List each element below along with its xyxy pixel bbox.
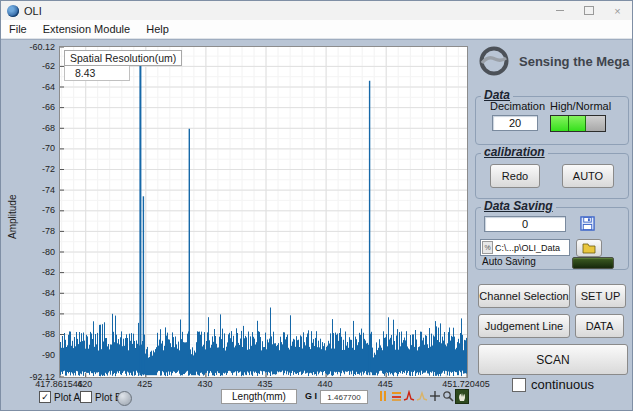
high-normal-switch-green	[551, 116, 586, 131]
brand-logo: Sensing the Mega	[478, 45, 630, 77]
high-normal-label: High/Normal	[550, 100, 611, 112]
x-tick-label: 420	[77, 379, 92, 389]
zoom-tool-icon[interactable]	[442, 389, 454, 402]
app-window: OLI × File Extension Module Help Amplitu…	[0, 0, 633, 411]
menu-extension-module[interactable]: Extension Module	[35, 20, 138, 38]
x-tick-label: 430	[197, 379, 212, 389]
data-group: Data Decimation 20 High/Normal	[475, 96, 629, 145]
y-tick-label: -74	[42, 185, 55, 195]
y-tick-label: -84	[42, 288, 55, 298]
y-tick-label: -62	[42, 61, 55, 71]
y-axis-tick-labels: -60.12-62-64-66-68-70-72-74-76-78-80-82-…	[11, 46, 57, 376]
x-tick-label: 417.861546	[35, 379, 83, 389]
y-scale-lock-icon[interactable]	[390, 389, 402, 402]
menu-bar: File Extension Module Help	[1, 20, 632, 39]
y-tick-label: -60.12	[29, 42, 55, 52]
channel-selection-button[interactable]: Channel Selection	[478, 284, 570, 308]
x-tick-label: 435	[257, 379, 272, 389]
x-axis-unit-label: Length(mm)	[221, 389, 297, 404]
status-led-button[interactable]	[117, 391, 132, 406]
menu-file[interactable]: File	[1, 20, 35, 38]
plot-a-checkbox-box[interactable]: ✓	[39, 391, 51, 403]
calibration-group: calibration Redo AUTO	[475, 153, 629, 199]
waveform-plot[interactable]	[59, 46, 468, 378]
brand-logo-icon	[478, 45, 510, 77]
continuous-checkbox-box[interactable]	[512, 378, 526, 392]
auto-saving-led	[572, 257, 614, 269]
auto-button[interactable]: AUTO	[562, 164, 614, 188]
y-tick-label: -90	[42, 350, 55, 360]
maximize-button[interactable]	[574, 1, 603, 20]
y-tick-label: -82	[42, 267, 55, 277]
data-saving-group-label: Data Saving	[481, 199, 556, 213]
auto-saving-label: Auto Saving	[482, 256, 536, 267]
minimize-button[interactable]	[545, 1, 574, 20]
redo-button[interactable]: Redo	[490, 164, 540, 188]
window-title: OLI	[24, 5, 42, 17]
brand-text: Sensing the Mega	[519, 54, 630, 69]
calibration-group-label: calibration	[481, 145, 548, 159]
title-bar: OLI ×	[1, 1, 632, 20]
continuous-checkbox[interactable]: continuous	[512, 377, 594, 392]
y-tick-label: -64	[42, 82, 55, 92]
spatial-resolution-label: Spatial Resolution(um)	[64, 50, 182, 66]
save-count-field[interactable]: 0	[484, 216, 566, 232]
plot-a-label: Plot A	[54, 392, 80, 403]
x-tick-label: 445	[378, 379, 393, 389]
y-tick-label: -66	[42, 102, 55, 112]
spatial-resolution-value: 8.43	[64, 66, 130, 81]
save-path-field[interactable]: % C:\...p\OLI_Data	[480, 239, 570, 256]
x-tick-label: 451.720405	[442, 379, 490, 389]
path-type-icon: %	[482, 241, 493, 254]
high-normal-switch[interactable]	[550, 115, 606, 132]
judgement-line-button[interactable]: Judgement Line	[478, 314, 570, 338]
data-button[interactable]: DATA	[575, 314, 624, 338]
y-tick-label: -72	[42, 164, 55, 174]
x-tick-label: 425	[137, 379, 152, 389]
minimize-icon	[556, 10, 564, 11]
setup-button[interactable]: SET UP	[575, 284, 626, 308]
cursor-tool-alt-icon[interactable]	[416, 389, 428, 402]
save-path-text: C:\...p\OLI_Data	[495, 243, 560, 253]
close-button[interactable]: ×	[603, 1, 632, 20]
y-tick-label: -86	[42, 308, 55, 318]
data-saving-group: Data Saving 0 % C:\...p\OLI_Data Auto Sa…	[475, 207, 629, 270]
plot-b-checkbox[interactable]: Plot B	[80, 391, 122, 403]
maximize-icon	[584, 6, 594, 15]
y-tick-label: -88	[42, 329, 55, 339]
crosshair-tool-icon[interactable]	[429, 389, 441, 402]
plot-a-checkbox[interactable]: ✓ Plot A	[39, 391, 80, 403]
pan-hand-tool-icon[interactable]	[455, 389, 469, 404]
y-tick-label: -76	[42, 205, 55, 215]
plot-b-checkbox-box[interactable]	[80, 391, 92, 403]
decimation-label: Decimation	[490, 100, 545, 112]
y-tick-label: -68	[42, 123, 55, 133]
gain-value-field[interactable]: 1.467700	[320, 390, 368, 404]
y-tick-label: -78	[42, 226, 55, 236]
scan-button[interactable]: SCAN	[478, 344, 628, 375]
graph-palette	[377, 389, 469, 404]
continuous-label: continuous	[531, 377, 594, 392]
folder-icon	[582, 243, 596, 254]
spatial-resolution-indicator: Spatial Resolution(um) 8.43	[64, 48, 182, 81]
cursor-tool-icon[interactable]	[403, 389, 415, 402]
gain-label: G I	[305, 391, 317, 401]
x-tick-label: 440	[318, 379, 333, 389]
decimation-field[interactable]: 20	[492, 115, 538, 131]
save-icon[interactable]	[578, 214, 596, 232]
app-icon	[7, 5, 19, 17]
x-scale-lock-icon[interactable]	[377, 389, 389, 402]
browse-folder-button[interactable]	[576, 239, 602, 257]
y-tick-label: -70	[42, 143, 55, 153]
y-tick-label: -80	[42, 247, 55, 257]
menu-help[interactable]: Help	[138, 20, 177, 38]
window-controls: ×	[545, 1, 632, 20]
